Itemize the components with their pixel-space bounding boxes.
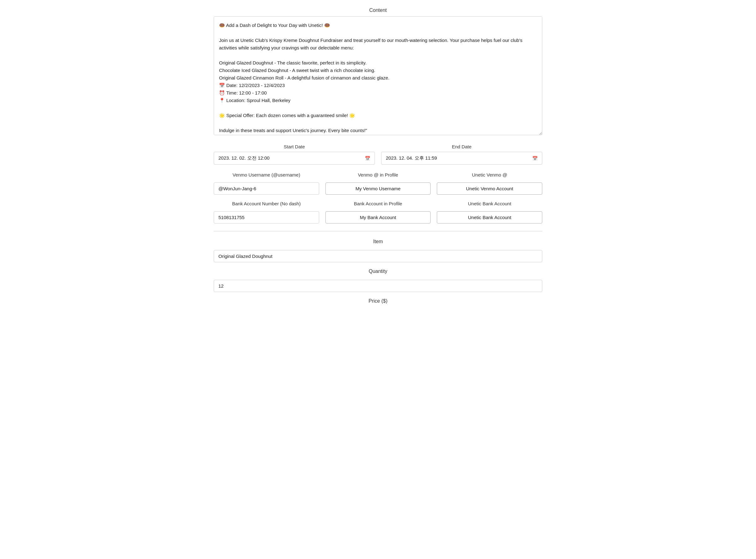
end-date-value: 2023. 12. 04. 오후 11:59 (386, 155, 437, 161)
bank-profile-label: Bank Account in Profile (325, 201, 431, 206)
unetic-venmo-label: Unetic Venmo @ (437, 172, 542, 177)
unetic-bank-label: Unetic Bank Account (437, 201, 542, 206)
bank-account-label: Bank Account Number (No dash) (214, 201, 319, 206)
section-divider (214, 231, 542, 231)
bank-account-input[interactable] (214, 211, 319, 223)
end-date-label: End Date (381, 144, 542, 149)
start-date-label: Start Date (214, 144, 375, 149)
bank-profile-button[interactable]: My Bank Account (325, 211, 431, 223)
price-label: Price ($) (214, 298, 542, 304)
calendar-icon-end: 📅 (532, 156, 537, 161)
unetic-bank-button[interactable]: Unetic Bank Account (437, 211, 542, 223)
start-date-value: 2023. 12. 02. 오전 12:00 (219, 155, 269, 161)
venmo-profile-button[interactable]: My Venmo Username (325, 182, 431, 195)
content-label: Content (214, 7, 542, 13)
venmo-username-input[interactable] (214, 182, 319, 195)
item-label: Item (214, 239, 542, 244)
content-textarea[interactable]: 🍩 Add a Dash of Delight to Your Day with… (214, 16, 542, 135)
end-date-input[interactable]: 2023. 12. 04. 오후 11:59 📅 (381, 152, 542, 165)
venmo-username-label: Venmo Username (@username) (214, 172, 319, 177)
calendar-icon-start: 📅 (365, 156, 370, 161)
item-input[interactable] (214, 250, 542, 262)
start-date-input[interactable]: 2023. 12. 02. 오전 12:00 📅 (214, 152, 375, 165)
venmo-profile-label: Venmo @ in Profile (325, 172, 431, 177)
quantity-label: Quantity (214, 269, 542, 274)
quantity-input[interactable] (214, 280, 542, 292)
unetic-venmo-button[interactable]: Unetic Venmo Account (437, 182, 542, 195)
